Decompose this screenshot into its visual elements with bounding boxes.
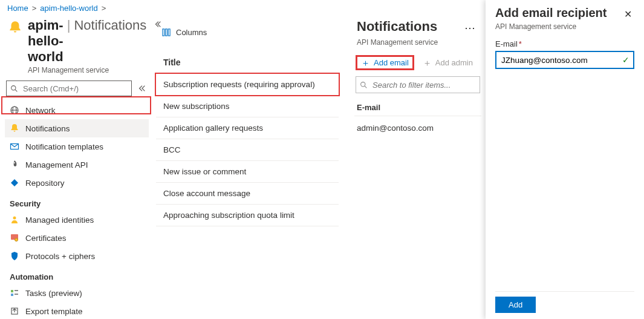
filter-input[interactable]	[371, 80, 476, 90]
columns-label: Columns	[176, 28, 207, 37]
menu-item-label: Repository	[25, 179, 65, 188]
svg-point-6	[14, 162, 15, 163]
chevron-right-icon: >	[102, 4, 106, 13]
notifications-list-panel: Columns Title Subscription requests (req…	[154, 14, 341, 319]
search-icon	[360, 81, 368, 89]
add-admin-label: Add admin	[435, 58, 473, 67]
add-email-label: Add email	[374, 58, 409, 67]
menu-item-network[interactable]: Network	[5, 101, 149, 119]
tasks-icon	[10, 288, 19, 298]
menu-item-label: Management API	[25, 160, 88, 169]
section-security: Security	[5, 192, 149, 211]
notification-row[interactable]: Approaching subscription quota limit	[156, 204, 339, 226]
page-section: Notifications	[74, 18, 146, 33]
email-field-label: E-mail*	[495, 39, 634, 48]
menu-item-label: Tasks (preview)	[25, 289, 82, 298]
menu-item-tasks-preview-[interactable]: Tasks (preview)	[5, 284, 149, 302]
notification-row[interactable]: Subscription requests (requiring approva…	[156, 73, 339, 95]
notification-row[interactable]: New issue or comment	[156, 160, 339, 182]
menu-item-protocols-ciphers[interactable]: Protocols + ciphers	[5, 247, 149, 265]
svg-point-0	[11, 85, 16, 90]
add-email-flyout: Add email recipient ✕ API Management ser…	[486, 0, 644, 319]
add-email-button[interactable]: ＋ Add email	[356, 55, 414, 70]
svg-line-19	[365, 86, 366, 88]
close-icon[interactable]: ✕	[622, 6, 634, 22]
menu-item-label: Export template	[25, 307, 83, 316]
notification-row[interactable]: Application gallery requests	[156, 117, 339, 139]
menu-item-managed-identities[interactable]: Managed identities	[5, 211, 149, 229]
notification-row[interactable]: New subscriptions	[156, 95, 339, 117]
filter-box[interactable]	[356, 76, 480, 93]
title-separator: |	[67, 18, 71, 33]
bell-icon	[10, 123, 19, 133]
identity-icon	[10, 215, 19, 225]
svg-point-9	[15, 238, 18, 242]
certificate-icon	[10, 233, 19, 243]
notification-row[interactable]: BCC	[156, 139, 339, 160]
menu-item-notifications[interactable]: Notifications	[5, 119, 149, 137]
resource-menu: apim-hello-world | Notifications API Man…	[0, 14, 154, 319]
svg-point-7	[13, 217, 16, 220]
svg-rect-10	[11, 290, 13, 292]
bell-icon	[7, 20, 23, 36]
shield-icon	[10, 251, 19, 261]
svg-rect-13	[15, 294, 18, 295]
menu-item-certificates[interactable]: Certificates	[5, 229, 149, 247]
mail-icon	[10, 142, 19, 151]
rocket-icon	[10, 160, 19, 169]
menu-search[interactable]	[6, 81, 132, 96]
detail-type-label: API Management service	[357, 38, 481, 47]
menu-item-management-api[interactable]: Management API	[5, 156, 149, 174]
svg-rect-11	[11, 294, 13, 296]
search-icon	[10, 85, 18, 93]
export-icon	[10, 306, 19, 316]
email-field[interactable]: ✓	[495, 51, 634, 69]
flyout-title: Add email recipient	[495, 6, 607, 20]
add-button[interactable]: Add	[495, 297, 536, 313]
flyout-subtitle: API Management service	[495, 22, 634, 31]
page-title: apim-hello-world	[28, 18, 63, 65]
notification-row[interactable]: Close account message	[156, 182, 339, 204]
menu-item-label: Notifications	[25, 124, 70, 133]
chevron-right-icon: >	[32, 4, 37, 13]
menu-search-input[interactable]	[22, 84, 128, 94]
column-header-email: E-mail	[354, 99, 481, 116]
columns-button[interactable]: Columns	[162, 28, 207, 37]
svg-rect-15	[163, 28, 164, 35]
required-asterisk-icon: *	[519, 39, 522, 48]
collapse-menu-icon[interactable]	[137, 83, 148, 94]
resource-type-label: API Management service	[28, 66, 146, 74]
menu-item-notification-templates[interactable]: Notification templates	[5, 137, 149, 156]
svg-rect-17	[168, 28, 170, 35]
detail-title: Notifications	[357, 19, 437, 35]
plus-icon: ＋	[361, 59, 370, 67]
menu-item-label: Network	[25, 106, 56, 115]
notification-detail-panel: Notifications ⋯ API Management service ＋…	[351, 14, 485, 319]
breadcrumb-home[interactable]: Home	[7, 4, 28, 13]
breadcrumb-resource[interactable]: apim-hello-world	[40, 4, 97, 13]
checkmark-icon: ✓	[622, 55, 629, 65]
column-header-title: Title	[156, 47, 339, 73]
svg-rect-16	[166, 28, 168, 35]
columns-icon	[162, 28, 171, 37]
email-input[interactable]	[500, 55, 622, 65]
svg-rect-12	[15, 290, 18, 291]
add-admin-button[interactable]: ＋ Add admin	[418, 55, 478, 70]
network-icon	[10, 105, 19, 115]
menu-item-export-template[interactable]: Export template	[5, 302, 149, 319]
plus-icon: ＋	[423, 59, 432, 67]
svg-point-18	[361, 82, 365, 86]
svg-line-1	[15, 90, 17, 91]
email-row[interactable]: admin@contoso.com	[354, 116, 481, 140]
menu-item-label: Notification templates	[25, 142, 103, 151]
diamond-icon	[10, 178, 19, 188]
section-automation: Automation	[5, 265, 149, 284]
menu-item-label: Protocols + ciphers	[25, 252, 95, 261]
context-menu-icon[interactable]: ⋯	[461, 19, 479, 37]
menu-item-label: Certificates	[25, 234, 67, 243]
menu-item-repository[interactable]: Repository	[5, 174, 149, 192]
menu-item-label: Managed identities	[25, 215, 94, 225]
